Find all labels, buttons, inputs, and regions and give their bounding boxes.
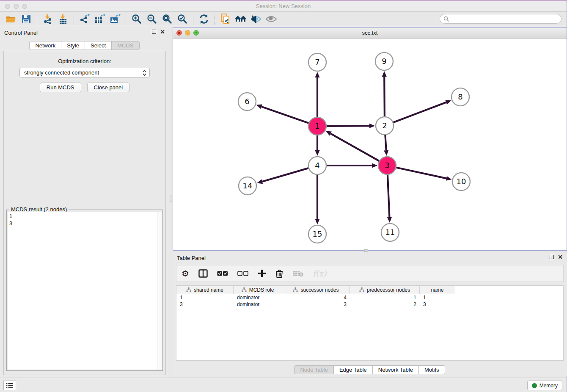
import-table-button[interactable] <box>55 13 71 25</box>
tab-node-table[interactable]: Node Table <box>294 365 334 374</box>
show-columns-button[interactable] <box>198 269 208 278</box>
column-header-MCDS-role[interactable]: MCDS role <box>234 286 282 294</box>
column-header-name[interactable]: name <box>420 286 455 294</box>
graph-node-10[interactable]: 10 <box>452 173 470 190</box>
zoom-fit-button[interactable] <box>160 13 175 25</box>
network-window-titlebar[interactable]: ✕ − + scc.txt <box>173 28 567 39</box>
network-view-title: scc.txt <box>173 30 567 36</box>
table-row[interactable]: 1dominator411 <box>176 294 563 301</box>
graph-edge-1-6[interactable] <box>261 107 309 123</box>
tab-edge-table[interactable]: Edge Table <box>333 365 373 374</box>
mcds-result-textarea[interactable]: 13 <box>8 212 162 370</box>
graph-arrowhead <box>372 163 377 168</box>
graph-node-4[interactable]: 4 <box>308 157 326 174</box>
export-image-button[interactable] <box>107 13 123 25</box>
graph-arrowhead <box>446 176 452 181</box>
tab-select[interactable]: Select <box>85 41 112 50</box>
graph-node-1[interactable]: 1 <box>308 117 326 135</box>
close-panel-button[interactable]: Close panel <box>87 83 130 92</box>
tab-motifs[interactable]: Motifs <box>418 365 445 374</box>
eye-slash-icon <box>250 15 262 23</box>
zoom-out-button[interactable] <box>144 13 160 25</box>
tab-mcds[interactable]: MCDS <box>111 41 139 50</box>
float-panel-icon[interactable] <box>152 30 156 34</box>
graph-node-7[interactable]: 7 <box>308 53 326 71</box>
horizontal-splitter-handle[interactable] <box>364 249 368 252</box>
open-session-button[interactable] <box>3 13 19 25</box>
function-builder-button[interactable]: f(x) <box>313 269 327 278</box>
table-cell[interactable]: 4 <box>282 294 350 301</box>
table-cell[interactable]: 1 <box>420 294 455 301</box>
column-header-shared-name[interactable]: shared name <box>176 286 234 294</box>
column-header-successor-nodes[interactable]: successor nodes <box>282 286 350 294</box>
zoom-selected-button[interactable] <box>175 13 190 25</box>
show-all-button[interactable] <box>264 13 279 25</box>
graph-edge-2-8[interactable] <box>393 102 446 123</box>
search-field[interactable] <box>440 14 561 24</box>
table-cell[interactable]: 2 <box>350 301 420 308</box>
graph-node-8[interactable]: 8 <box>451 88 469 106</box>
hide-selected-button[interactable] <box>248 13 264 25</box>
graph-edge-3-1[interactable] <box>330 134 379 161</box>
close-panel-icon[interactable]: ✕ <box>160 30 165 34</box>
column-header-predecessor-nodes[interactable]: predecessor nodes <box>350 286 420 294</box>
graph-node-2[interactable]: 2 <box>376 117 394 135</box>
graph-edge-2-3[interactable] <box>385 135 386 150</box>
run-mcds-button[interactable]: Run MCDS <box>40 83 81 92</box>
table-row[interactable]: 3dominator323 <box>176 301 563 308</box>
table-cell[interactable]: dominator <box>234 301 282 308</box>
table-cell[interactable]: 3 <box>420 301 455 308</box>
table-cell[interactable]: dominator <box>234 294 282 301</box>
criterion-dropdown[interactable]: strongly connected component <box>19 68 150 77</box>
result-scrollbar[interactable] <box>157 212 162 370</box>
network-file-button[interactable] <box>218 13 233 25</box>
refresh-view-button[interactable] <box>196 13 212 25</box>
function-icon: f(x) <box>313 269 327 278</box>
shared-column-icon <box>186 287 191 292</box>
window-title: Session: New Session <box>0 3 567 9</box>
select-all-button[interactable] <box>217 271 228 276</box>
memory-button[interactable]: Memory <box>527 381 562 390</box>
graph-node-3[interactable]: 3 <box>378 157 396 174</box>
control-panel-tabs: Network Style Select MCDS <box>0 41 169 50</box>
graph-edge-3-11[interactable] <box>388 174 389 217</box>
delete-rows-button[interactable] <box>275 269 283 278</box>
splitter-handle[interactable] <box>170 196 172 202</box>
graph-arrowhead <box>256 105 262 109</box>
table-tabs: Node Table Edge Table Network Table Moti… <box>173 365 567 374</box>
graph-edge-3-10[interactable] <box>396 167 446 178</box>
graph-node-9[interactable]: 9 <box>375 52 393 70</box>
graph-edge-4-14[interactable] <box>262 168 309 182</box>
import-network-button[interactable] <box>40 13 55 25</box>
search-input[interactable] <box>449 16 561 22</box>
table-cell[interactable]: 1 <box>176 294 234 301</box>
graph-node-15[interactable]: 15 <box>308 225 326 243</box>
home-button[interactable] <box>233 13 248 25</box>
task-history-button[interactable] <box>3 381 16 390</box>
close-table-panel-icon[interactable]: ✕ <box>558 255 563 259</box>
tab-style[interactable]: Style <box>61 41 85 50</box>
zoom-in-button[interactable] <box>129 13 144 25</box>
export-table-button[interactable] <box>92 13 107 25</box>
graph-arrowhead <box>445 100 451 105</box>
deselect-all-button[interactable] <box>237 271 248 276</box>
zoom-in-icon <box>132 14 142 24</box>
export-network-button[interactable] <box>77 13 92 25</box>
table-mode-button[interactable]: ⚙ <box>182 268 189 279</box>
graph-edge-1-2[interactable] <box>326 126 369 126</box>
graph-node-6[interactable]: 6 <box>238 93 256 110</box>
table-cell[interactable]: 3 <box>282 301 350 308</box>
network-canvas[interactable]: 7968124314101511 <box>173 39 567 250</box>
graph-edge-2-9[interactable] <box>384 77 385 117</box>
delete-column-button[interactable] <box>292 270 303 277</box>
float-table-panel-icon[interactable] <box>550 255 554 259</box>
table-cell[interactable]: 1 <box>350 294 420 301</box>
save-session-button[interactable] <box>19 13 34 25</box>
tab-network[interactable]: Network <box>29 41 61 50</box>
table-cell[interactable]: 3 <box>176 301 234 308</box>
vertical-splitter[interactable] <box>169 27 173 378</box>
tab-network-table[interactable]: Network Table <box>372 365 419 374</box>
graph-node-11[interactable]: 11 <box>381 224 399 241</box>
graph-node-14[interactable]: 14 <box>239 177 256 195</box>
add-column-button[interactable] <box>258 269 266 278</box>
